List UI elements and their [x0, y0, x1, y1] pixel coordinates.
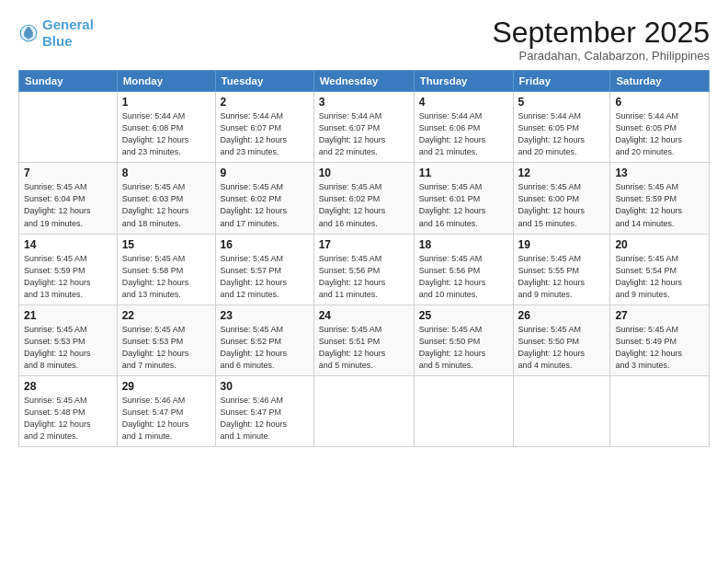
- day-number: 14: [24, 238, 112, 251]
- day-info: Sunrise: 5:45 AM Sunset: 6:04 PM Dayligh…: [24, 181, 112, 229]
- table-row: 9Sunrise: 5:45 AM Sunset: 6:02 PM Daylig…: [215, 163, 313, 234]
- header: General Blue September 2025 Paradahan, C…: [18, 17, 710, 63]
- day-number: 12: [518, 167, 606, 179]
- day-info: Sunrise: 5:45 AM Sunset: 5:50 PM Dayligh…: [419, 324, 508, 372]
- table-row: 15Sunrise: 5:45 AM Sunset: 5:58 PM Dayli…: [117, 234, 215, 304]
- day-info: Sunrise: 5:45 AM Sunset: 5:58 PM Dayligh…: [122, 253, 210, 301]
- logo-icon: [18, 23, 39, 43]
- day-info: Sunrise: 5:45 AM Sunset: 6:00 PM Dayligh…: [518, 181, 606, 229]
- title-block: September 2025 Paradahan, Calabarzon, Ph…: [492, 17, 710, 63]
- table-row: 17Sunrise: 5:45 AM Sunset: 5:56 PM Dayli…: [313, 234, 414, 304]
- day-number: 19: [518, 238, 606, 251]
- day-info: Sunrise: 5:45 AM Sunset: 5:56 PM Dayligh…: [319, 253, 409, 301]
- day-number: 10: [319, 167, 409, 179]
- day-info: Sunrise: 5:45 AM Sunset: 5:49 PM Dayligh…: [615, 324, 704, 372]
- calendar-week-row: 28Sunrise: 5:45 AM Sunset: 5:48 PM Dayli…: [19, 375, 710, 446]
- day-info: Sunrise: 5:44 AM Sunset: 6:07 PM Dayligh…: [221, 110, 309, 158]
- day-info: Sunrise: 5:45 AM Sunset: 5:53 PM Dayligh…: [24, 324, 112, 372]
- table-row: 29Sunrise: 5:46 AM Sunset: 5:47 PM Dayli…: [117, 375, 215, 446]
- page: General Blue September 2025 Paradahan, C…: [0, 0, 728, 563]
- table-row: 2Sunrise: 5:44 AM Sunset: 6:07 PM Daylig…: [215, 92, 313, 163]
- table-row: 6Sunrise: 5:44 AM Sunset: 6:05 PM Daylig…: [610, 92, 710, 163]
- col-wednesday: Wednesday: [313, 71, 414, 92]
- location: Paradahan, Calabarzon, Philippines: [492, 49, 710, 63]
- day-info: Sunrise: 5:45 AM Sunset: 6:02 PM Dayligh…: [319, 181, 409, 229]
- day-number: 11: [419, 167, 508, 179]
- day-number: 22: [122, 309, 210, 322]
- col-sunday: Sunday: [19, 71, 118, 92]
- day-info: Sunrise: 5:45 AM Sunset: 6:01 PM Dayligh…: [419, 181, 508, 229]
- calendar-table: Sunday Monday Tuesday Wednesday Thursday…: [18, 70, 710, 447]
- table-row: 25Sunrise: 5:45 AM Sunset: 5:50 PM Dayli…: [414, 304, 513, 375]
- day-info: Sunrise: 5:45 AM Sunset: 5:53 PM Dayligh…: [122, 324, 210, 372]
- col-monday: Monday: [117, 71, 215, 92]
- day-number: 21: [24, 309, 112, 322]
- table-row: 19Sunrise: 5:45 AM Sunset: 5:55 PM Dayli…: [513, 234, 610, 304]
- table-row: 27Sunrise: 5:45 AM Sunset: 5:49 PM Dayli…: [610, 304, 710, 375]
- day-info: Sunrise: 5:46 AM Sunset: 5:47 PM Dayligh…: [122, 395, 210, 442]
- day-number: 26: [518, 309, 606, 322]
- col-thursday: Thursday: [414, 71, 513, 92]
- table-row: 16Sunrise: 5:45 AM Sunset: 5:57 PM Dayli…: [215, 234, 313, 304]
- table-row: [610, 375, 710, 446]
- day-info: Sunrise: 5:44 AM Sunset: 6:08 PM Dayligh…: [122, 110, 210, 158]
- calendar-header-row: Sunday Monday Tuesday Wednesday Thursday…: [19, 71, 710, 92]
- day-number: 9: [221, 167, 309, 179]
- calendar-week-row: 7Sunrise: 5:45 AM Sunset: 6:04 PM Daylig…: [19, 163, 710, 234]
- day-number: 2: [221, 96, 309, 109]
- table-row: 22Sunrise: 5:45 AM Sunset: 5:53 PM Dayli…: [117, 304, 215, 375]
- day-number: 27: [615, 309, 704, 322]
- table-row: 13Sunrise: 5:45 AM Sunset: 5:59 PM Dayli…: [610, 163, 710, 234]
- day-info: Sunrise: 5:45 AM Sunset: 5:57 PM Dayligh…: [221, 253, 309, 301]
- day-number: 17: [319, 238, 409, 251]
- col-friday: Friday: [513, 71, 610, 92]
- day-info: Sunrise: 5:45 AM Sunset: 6:03 PM Dayligh…: [122, 181, 210, 229]
- calendar-week-row: 1Sunrise: 5:44 AM Sunset: 6:08 PM Daylig…: [19, 92, 710, 163]
- table-row: 24Sunrise: 5:45 AM Sunset: 5:51 PM Dayli…: [313, 304, 414, 375]
- table-row: 23Sunrise: 5:45 AM Sunset: 5:52 PM Dayli…: [215, 304, 313, 375]
- table-row: 18Sunrise: 5:45 AM Sunset: 5:56 PM Dayli…: [414, 234, 513, 304]
- day-info: Sunrise: 5:45 AM Sunset: 5:52 PM Dayligh…: [221, 324, 309, 372]
- table-row: 26Sunrise: 5:45 AM Sunset: 5:50 PM Dayli…: [513, 304, 610, 375]
- table-row: 30Sunrise: 5:46 AM Sunset: 5:47 PM Dayli…: [215, 375, 313, 446]
- day-info: Sunrise: 5:44 AM Sunset: 6:05 PM Dayligh…: [615, 110, 704, 158]
- month-title: September 2025: [492, 17, 710, 49]
- table-row: 21Sunrise: 5:45 AM Sunset: 5:53 PM Dayli…: [19, 304, 118, 375]
- day-number: 4: [419, 96, 508, 109]
- day-info: Sunrise: 5:45 AM Sunset: 5:56 PM Dayligh…: [419, 253, 508, 301]
- day-number: 3: [319, 96, 409, 109]
- day-number: 13: [615, 167, 704, 179]
- day-number: 8: [122, 167, 210, 179]
- day-info: Sunrise: 5:45 AM Sunset: 6:02 PM Dayligh…: [221, 181, 309, 229]
- day-info: Sunrise: 5:44 AM Sunset: 6:06 PM Dayligh…: [419, 110, 508, 158]
- table-row: 11Sunrise: 5:45 AM Sunset: 6:01 PM Dayli…: [414, 163, 513, 234]
- day-info: Sunrise: 5:44 AM Sunset: 6:05 PM Dayligh…: [518, 110, 606, 158]
- table-row: [414, 375, 513, 446]
- table-row: [19, 92, 118, 163]
- table-row: 20Sunrise: 5:45 AM Sunset: 5:54 PM Dayli…: [610, 234, 710, 304]
- day-number: 29: [122, 380, 210, 393]
- day-number: 1: [122, 96, 210, 109]
- table-row: 28Sunrise: 5:45 AM Sunset: 5:48 PM Dayli…: [19, 375, 118, 446]
- col-tuesday: Tuesday: [215, 71, 313, 92]
- day-number: 15: [122, 238, 210, 251]
- col-saturday: Saturday: [610, 71, 710, 92]
- calendar-week-row: 21Sunrise: 5:45 AM Sunset: 5:53 PM Dayli…: [19, 304, 710, 375]
- day-info: Sunrise: 5:45 AM Sunset: 5:50 PM Dayligh…: [518, 324, 606, 372]
- table-row: 8Sunrise: 5:45 AM Sunset: 6:03 PM Daylig…: [117, 163, 215, 234]
- logo-text: General Blue: [42, 17, 94, 50]
- day-number: 7: [24, 167, 112, 179]
- day-number: 20: [615, 238, 704, 251]
- day-number: 28: [24, 380, 112, 393]
- table-row: 3Sunrise: 5:44 AM Sunset: 6:07 PM Daylig…: [313, 92, 414, 163]
- table-row: [513, 375, 610, 446]
- day-number: 24: [319, 309, 409, 322]
- day-info: Sunrise: 5:45 AM Sunset: 5:54 PM Dayligh…: [615, 253, 704, 301]
- table-row: 12Sunrise: 5:45 AM Sunset: 6:00 PM Dayli…: [513, 163, 610, 234]
- day-info: Sunrise: 5:45 AM Sunset: 5:59 PM Dayligh…: [615, 181, 704, 229]
- day-info: Sunrise: 5:45 AM Sunset: 5:51 PM Dayligh…: [319, 324, 409, 372]
- table-row: 14Sunrise: 5:45 AM Sunset: 5:59 PM Dayli…: [19, 234, 118, 304]
- table-row: 10Sunrise: 5:45 AM Sunset: 6:02 PM Dayli…: [313, 163, 414, 234]
- table-row: 4Sunrise: 5:44 AM Sunset: 6:06 PM Daylig…: [414, 92, 513, 163]
- table-row: 1Sunrise: 5:44 AM Sunset: 6:08 PM Daylig…: [117, 92, 215, 163]
